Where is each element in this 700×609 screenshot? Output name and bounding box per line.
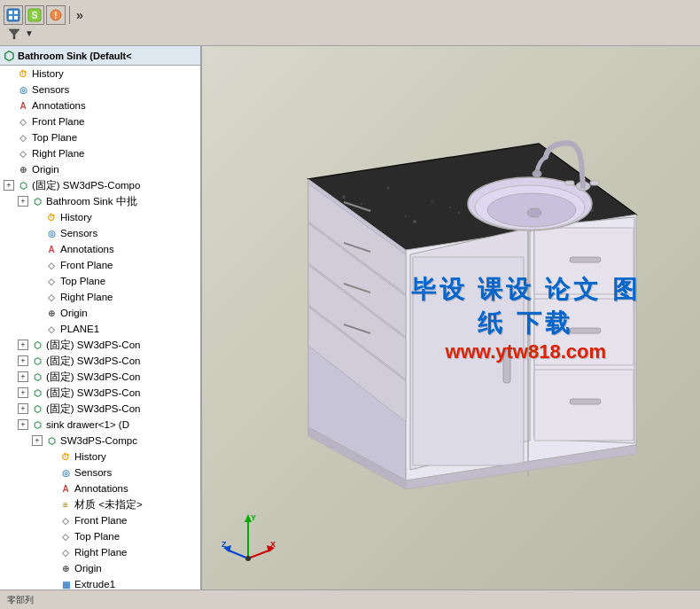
tree-label-top-plane-3: Top Plane bbox=[74, 531, 120, 542]
tree-item-bathroom-sink[interactable]: +⬡Bathroom Sink 中批 bbox=[0, 193, 200, 209]
svg-point-12 bbox=[387, 187, 390, 190]
tree-label-sink-drawer: sink drawer<1> (D bbox=[46, 419, 129, 430]
tree-item-history-1[interactable]: ⏱History bbox=[0, 66, 200, 82]
tree-label-sensors-3: Sensors bbox=[74, 467, 112, 478]
tree-item-history-3[interactable]: ⏱History bbox=[0, 449, 200, 465]
tree-item-top-plane-2[interactable]: ◇Top Plane bbox=[0, 273, 200, 289]
expand-btn-bathroom-sink[interactable]: + bbox=[18, 196, 28, 207]
svg-text:Y: Y bbox=[251, 513, 256, 522]
tree-label-plane1: PLANE1 bbox=[60, 324, 99, 334]
tree-label-material-3: 材质 <未指定> bbox=[74, 498, 143, 511]
tree-label-annotations-1: Annotations bbox=[32, 100, 86, 111]
tree-item-comp-fixed-1[interactable]: +⬡(固定) SW3dPS-Compo bbox=[0, 177, 200, 193]
tree-item-annotations-2[interactable]: AAnnotations bbox=[0, 241, 200, 257]
tree-label-extrude1: Extrude1 bbox=[74, 579, 115, 589]
tree-label-front-plane-2: Front Plane bbox=[60, 260, 113, 270]
icon-plane: ◇ bbox=[44, 322, 58, 336]
toolbar-sep-1 bbox=[69, 6, 70, 24]
expand-btn-comp-fixed-3[interactable]: + bbox=[18, 355, 28, 366]
tree-item-history-2[interactable]: ⏱History bbox=[0, 209, 200, 225]
svg-text:Z: Z bbox=[222, 540, 227, 549]
viewport: 毕设 课设 论文 图纸 下载 www.ytw818.com Y X Z bbox=[202, 46, 700, 589]
tree-item-right-plane-3[interactable]: ◇Right Plane bbox=[0, 544, 200, 560]
svg-rect-1 bbox=[9, 11, 12, 14]
tree-item-comp-fixed-4[interactable]: +⬡(固定) SW3dPS-Con bbox=[0, 369, 200, 385]
icon-component: ⬡ bbox=[30, 338, 44, 352]
svg-text:S: S bbox=[32, 11, 38, 20]
tree-label-history-2: History bbox=[60, 212, 92, 223]
tree-item-comp-fixed-3[interactable]: +⬡(固定) SW3dPS-Con bbox=[0, 353, 200, 369]
tree-label-comp-fixed-4: (固定) SW3dPS-Con bbox=[46, 371, 140, 384]
expand-btn-comp-fixed-1[interactable]: + bbox=[4, 180, 14, 191]
toolbar-btn-3[interactable]: ! bbox=[46, 5, 66, 25]
tree-item-comp-fixed-5[interactable]: +⬡(固定) SW3dPS-Con bbox=[0, 385, 200, 401]
tree-item-comp-fixed-6[interactable]: +⬡(固定) SW3dPS-Con bbox=[0, 401, 200, 417]
tree-item-annotations-1[interactable]: AAnnotations bbox=[0, 98, 200, 113]
tree-item-annotations-3[interactable]: AAnnotations bbox=[0, 480, 200, 496]
tree-item-sensors-1[interactable]: ◎Sensors bbox=[0, 82, 200, 98]
tree-item-right-plane-1[interactable]: ◇Right Plane bbox=[0, 145, 200, 161]
tree-label-annotations-3: Annotations bbox=[74, 483, 128, 494]
toolbar-btn-2[interactable]: S bbox=[25, 5, 44, 25]
tree-label-right-plane-2: Right Plane bbox=[60, 292, 113, 302]
expand-btn-comp-fixed-5[interactable]: + bbox=[18, 387, 28, 398]
icon-plane: ◇ bbox=[16, 114, 30, 129]
expand-btn-comp-fixed-4[interactable]: + bbox=[18, 371, 28, 382]
tree-item-sensors-2[interactable]: ◎Sensors bbox=[0, 225, 200, 241]
svg-rect-2 bbox=[14, 11, 18, 14]
tree-item-origin-2[interactable]: ⊕Origin bbox=[0, 305, 200, 321]
icon-plane: ◇ bbox=[44, 290, 58, 304]
svg-text:X: X bbox=[270, 540, 276, 549]
filter-label: ▼ bbox=[25, 28, 34, 38]
tree-item-sink-drawer[interactable]: +⬡sink drawer<1> (D bbox=[0, 417, 200, 433]
svg-rect-51 bbox=[503, 347, 510, 383]
tree-label-comp-fixed-5: (固定) SW3dPS-Con bbox=[46, 386, 140, 400]
tree-label-sw3dps-comp2: SW3dPS-Compc bbox=[60, 435, 137, 446]
tree-item-origin-1[interactable]: ⊕Origin bbox=[0, 161, 200, 177]
svg-rect-58 bbox=[565, 181, 574, 185]
tree-label-comp-fixed-1: (固定) SW3dPS-Compo bbox=[32, 179, 140, 192]
tree-item-origin-3[interactable]: ⊕Origin bbox=[0, 560, 200, 576]
icon-sensors: ◎ bbox=[58, 465, 73, 480]
expand-btn-comp-fixed-2[interactable]: + bbox=[18, 340, 28, 350]
icon-component: ⬡ bbox=[30, 418, 44, 432]
svg-rect-47 bbox=[534, 370, 634, 441]
svg-line-68 bbox=[227, 550, 248, 558]
tree-label-comp-fixed-6: (固定) SW3dPS-Con bbox=[46, 402, 140, 416]
axis-indicator: Y X Z bbox=[220, 510, 277, 567]
svg-marker-9 bbox=[9, 29, 19, 39]
tree-label-right-plane-1: Right Plane bbox=[32, 148, 84, 159]
svg-point-55 bbox=[527, 208, 541, 217]
tree-label-annotations-2: Annotations bbox=[60, 244, 114, 254]
tree-header: ⬡ Bathroom Sink (Default< bbox=[0, 46, 200, 66]
tree-item-front-plane-3[interactable]: ◇Front Plane bbox=[0, 512, 200, 528]
icon-origin: ⊕ bbox=[16, 162, 30, 176]
icon-sensors: ◎ bbox=[16, 82, 30, 97]
tree-item-front-plane-2[interactable]: ◇Front Plane bbox=[0, 257, 200, 273]
tree-item-sensors-3[interactable]: ◎Sensors bbox=[0, 465, 200, 480]
tree-item-right-plane-2[interactable]: ◇Right Plane bbox=[0, 289, 200, 305]
tree-label-origin-2: Origin bbox=[60, 308, 88, 318]
svg-point-25 bbox=[405, 215, 407, 217]
tree-label-comp-fixed-3: (固定) SW3dPS-Con bbox=[46, 355, 140, 368]
expand-btn-comp-fixed-6[interactable]: + bbox=[18, 403, 28, 414]
svg-point-13 bbox=[431, 199, 434, 203]
tree-item-plane1[interactable]: ◇PLANE1 bbox=[0, 321, 200, 337]
tree-item-top-plane-1[interactable]: ◇Top Plane bbox=[0, 129, 200, 145]
icon-plane: ◇ bbox=[16, 146, 30, 160]
icon-component: ⬡ bbox=[16, 178, 30, 192]
tree-item-top-plane-3[interactable]: ◇Top Plane bbox=[0, 528, 200, 544]
tree-item-sw3dps-comp2[interactable]: +⬡SW3dPS-Compc bbox=[0, 433, 200, 449]
tree-item-material-3[interactable]: ≡材质 <未指定> bbox=[0, 496, 200, 512]
tree-item-comp-fixed-2[interactable]: +⬡(固定) SW3dPS-Con bbox=[0, 337, 200, 353]
expand-btn-sink-drawer[interactable]: + bbox=[18, 419, 28, 430]
tree-item-front-plane-1[interactable]: ◇Front Plane bbox=[0, 113, 200, 129]
expand-btn-sw3dps-comp2[interactable]: + bbox=[32, 435, 43, 446]
icon-plane: ◇ bbox=[58, 513, 73, 527]
icon-annotations: A bbox=[58, 481, 73, 496]
toolbar-btn-1[interactable] bbox=[4, 5, 23, 25]
feature-tree-panel: ⬡ Bathroom Sink (Default< ⏱History◎Senso… bbox=[0, 46, 202, 589]
more-btn[interactable]: » bbox=[74, 5, 86, 25]
icon-plane: ◇ bbox=[58, 545, 73, 559]
tree-item-extrude1[interactable]: ▦Extrude1 bbox=[0, 576, 200, 589]
